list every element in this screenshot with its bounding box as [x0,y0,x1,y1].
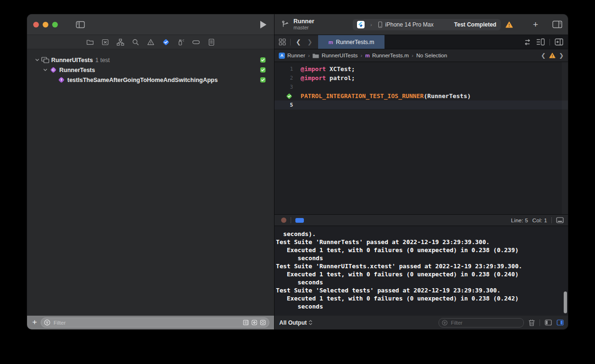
clear-console-icon[interactable] [529,319,535,326]
warning-badge-icon[interactable] [549,53,556,58]
cursor-col-indicator: Col: 1 [532,218,547,223]
console-line: Executed 1 test, with 0 failures (0 unex… [276,270,561,278]
line-number-gutter[interactable]: 3 [275,84,296,90]
breadcrumb-item[interactable]: ARunner [279,53,305,59]
code-line[interactable]: 5 [275,100,568,109]
source-control-navigator-icon[interactable] [101,38,110,46]
run-button[interactable] [260,21,266,28]
breadcrumb-item[interactable]: mRunnerTests.m [365,53,409,58]
navigator-tab-bar [27,35,274,49]
find-navigator-icon[interactable] [131,38,140,46]
symbol-navigator-icon[interactable] [116,38,125,46]
activity-viewer[interactable]: › iPhone 14 Pro Max Test Completed [353,19,501,30]
branch-name: master [293,25,314,31]
objc-file-icon: m [329,39,333,45]
issue-navigator-icon[interactable] [146,38,155,46]
navigator-filter-bar: + [27,316,274,329]
breakpoint-navigator-icon[interactable] [192,38,201,46]
toolbar: Runner master › iPhone 14 Pro Max Test C… [275,14,568,35]
editor-pane: Runner master › iPhone 14 Pro Max Test C… [275,14,568,329]
navigator-filter-field[interactable] [41,318,269,328]
toggle-sidebar-icon[interactable] [76,21,85,28]
svg-text:C: C [52,68,55,72]
debug-console[interactable]: seconds).Test Suite 'RunnerTests' passed… [275,226,568,316]
line-number-gutter[interactable]: 5 [275,102,296,108]
report-navigator-icon[interactable] [207,38,216,46]
code-line[interactable]: 1@import XCTest; [275,64,568,73]
code-line[interactable]: PATROL_INTEGRATION_TEST_IOS_RUNNER(Runne… [275,91,568,100]
tab-runnertests-m[interactable]: m RunnerTests.m [318,35,384,49]
filter-icon [44,319,50,326]
tree-row[interactable]: CRunnerTests [27,65,274,75]
go-back-button[interactable]: ❮ [295,38,302,46]
related-items-icon[interactable] [279,38,286,46]
source-editor[interactable]: 1@import XCTest;2@import patrol;3PATROL_… [275,62,568,214]
navigator-filter-input[interactable] [53,319,240,326]
console-line: Test Suite 'Selected tests' passed at 20… [276,286,561,294]
test-bundle-icon [41,57,49,64]
add-editor-icon[interactable] [555,38,563,46]
warning-indicator-icon[interactable] [505,21,513,28]
console-toolbar: All Output [275,316,568,329]
breadcrumbs: ARunner›RunnerUITests›mRunnerTests.m›No … [279,53,447,59]
breadcrumb-label: No Selection [416,53,447,58]
go-forward-button[interactable]: ❯ [306,38,313,46]
show-variables-view-icon[interactable] [545,319,552,326]
prev-issue-button[interactable]: ❮ [541,52,546,59]
show-tests-with-logs-icon[interactable] [243,319,249,326]
selection-marker-icon[interactable] [295,218,304,223]
console-filter-field[interactable] [439,318,524,328]
device-icon [378,21,383,28]
line-number-gutter[interactable] [275,92,296,100]
breadcrumb-label: RunnerUITests [321,53,357,58]
scheme-chevron: › [370,22,372,27]
minimize-button[interactable] [43,22,48,27]
test-class-icon: C [49,66,57,74]
next-issue-button[interactable]: ❯ [559,52,564,59]
console-scrollbar[interactable] [564,291,567,313]
flutter-scheme-icon [357,21,365,28]
debug-navigator-icon[interactable] [177,38,185,46]
show-flagged-tests-icon[interactable] [260,319,266,326]
branch-icon [281,20,290,28]
console-line: seconds [276,302,561,310]
add-button[interactable]: + [32,318,37,326]
author-dot-icon[interactable] [281,218,286,223]
code-line[interactable]: 3 [275,82,568,91]
navigator-pane: RunnerUITests1 testCRunnerTestsTtestIsTh… [27,14,274,329]
xcode-window: RunnerUITests1 testCRunnerTestsTtestIsTh… [27,14,568,329]
jump-bar: ARunner›RunnerUITests›mRunnerTests.m›No … [275,49,568,62]
test-tree: RunnerUITests1 testCRunnerTestsTtestIsTh… [27,49,274,316]
line-number-gutter[interactable]: 2 [275,75,296,81]
test-passed-icon [260,57,266,63]
code-line[interactable]: 2@import patrol; [275,73,568,82]
console-filter-input[interactable] [450,319,521,326]
editor-scrollbar[interactable] [562,62,568,214]
tree-row[interactable]: TtestIsTheSameAfterGoingToHomeAndSwitchi… [27,75,274,85]
tree-row[interactable]: RunnerUITests1 test [27,55,274,65]
editor-status-bar: Line: 5 Col: 1 [275,214,568,226]
close-button[interactable] [33,22,39,27]
folder-icon [312,53,319,58]
dock-bottom-icon[interactable] [556,217,564,223]
code-review-icon[interactable] [523,39,531,46]
show-failed-tests-icon[interactable] [251,319,257,326]
test-passed-diamond-icon [285,92,293,100]
objc-file-icon: m [365,53,370,58]
scheme-block[interactable]: Runner master [281,18,314,30]
adjust-editor-options-icon[interactable] [536,38,545,46]
output-mode-selector[interactable]: All Output [279,319,312,326]
chevron-down-icon[interactable] [41,68,49,72]
inspector-toggle-icon[interactable] [552,20,562,28]
test-navigator-icon[interactable] [162,38,170,46]
zoom-button[interactable] [52,22,58,27]
breadcrumb-item[interactable]: No Selection [416,53,447,58]
show-console-view-icon[interactable] [557,319,564,326]
tree-item-label: RunnerTests [59,67,95,73]
project-navigator-icon[interactable] [86,38,94,46]
library-add-button[interactable]: + [533,19,538,30]
breadcrumb-item[interactable]: RunnerUITests [312,53,357,58]
chevron-down-icon[interactable] [33,58,41,62]
tree-item-label: testIsTheSameAfterGoingToHomeAndSwitchin… [67,77,218,83]
line-number-gutter[interactable]: 1 [275,66,296,72]
